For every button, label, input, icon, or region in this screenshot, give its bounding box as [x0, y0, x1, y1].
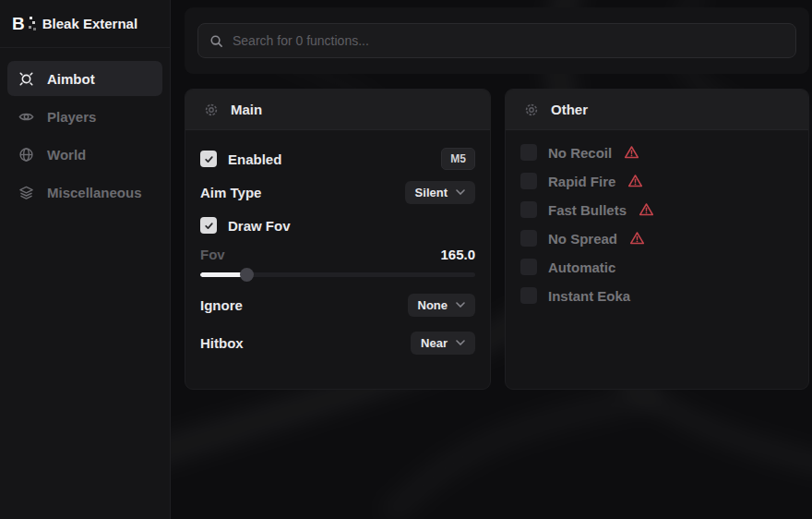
layers-icon: [18, 185, 34, 200]
warning-icon: [624, 145, 639, 160]
check-icon: [204, 154, 214, 164]
globe-icon: [18, 147, 34, 163]
other-item-instant-eoka: Instant Eoka: [520, 284, 794, 307]
chevron-down-icon: [456, 302, 465, 308]
gear-icon: [524, 103, 539, 117]
enabled-label: Enabled: [228, 151, 281, 167]
draw-fov-row: Draw Fov: [200, 213, 475, 237]
ignore-dropdown[interactable]: None: [408, 294, 476, 317]
sidebar-item-players[interactable]: Players: [7, 99, 162, 134]
search-input[interactable]: [233, 33, 784, 48]
other-panel: Other No Recoil: [505, 89, 809, 390]
hitbox-row: Hitbox Near: [200, 331, 475, 355]
item-label: No Spread: [548, 231, 617, 247]
aim-type-value: Silent: [415, 186, 448, 199]
fov-row: Fov 165.0: [200, 245, 475, 263]
other-item-no-spread: No Spread: [520, 227, 794, 249]
panel-title: Main: [231, 102, 262, 117]
warning-icon: [627, 174, 643, 188]
main-panel-header: Main: [185, 90, 490, 130]
panels-row: Main Enabled M5 Aim Type: [185, 89, 809, 390]
aim-icon: [18, 71, 34, 87]
app-title: Bleak External: [42, 16, 137, 31]
panel-title: Other: [551, 102, 588, 117]
main-panel: Main Enabled M5 Aim Type: [185, 89, 491, 390]
sidebar-header: B Bleak External: [0, 0, 170, 48]
aim-type-label: Aim Type: [200, 185, 261, 200]
item-label: Fast Bullets: [548, 202, 627, 218]
other-item-no-recoil: No Recoil: [520, 141, 794, 163]
keybind-button[interactable]: M5: [441, 148, 475, 170]
item-checkbox[interactable]: [520, 173, 537, 189]
content-area: Main Enabled M5 Aim Type: [172, 0, 812, 519]
chevron-down-icon: [456, 340, 465, 345]
sidebar-item-aimbot[interactable]: Aimbot: [7, 61, 162, 96]
sidebar-item-label: Aimbot: [47, 71, 95, 87]
hitbox-label: Hitbox: [200, 335, 244, 351]
search-panel: [185, 7, 809, 74]
ignore-row: Ignore None: [200, 293, 475, 317]
check-icon: [204, 221, 214, 231]
item-label: Automatic: [548, 260, 615, 275]
sidebar-item-label: Miscellaneous: [47, 185, 142, 200]
other-item-rapid-fire: Rapid Fire: [520, 170, 794, 192]
other-panel-body: No Recoil Rapid Fire: [506, 130, 808, 328]
hitbox-value: Near: [421, 336, 448, 350]
sidebar-item-label: World: [47, 147, 86, 163]
ignore-label: Ignore: [200, 297, 243, 313]
sidebar-item-label: Players: [47, 109, 96, 125]
item-label: Rapid Fire: [548, 174, 615, 189]
gear-icon: [204, 103, 219, 117]
main-panel-body: Enabled M5 Aim Type Silent: [185, 130, 490, 369]
chevron-down-icon: [456, 189, 465, 195]
fov-value: 165.0: [440, 247, 475, 262]
item-checkbox[interactable]: [520, 259, 537, 275]
warning-icon: [629, 231, 645, 246]
app-logo: B: [12, 15, 30, 32]
eye-icon: [18, 109, 34, 125]
fov-slider[interactable]: [200, 267, 475, 282]
hitbox-dropdown[interactable]: Near: [411, 332, 475, 355]
other-item-fast-bullets: Fast Bullets: [520, 199, 794, 221]
aim-type-row: Aim Type Silent: [200, 180, 475, 204]
app-window: B Bleak External Aimbot: [0, 0, 812, 519]
fov-label: Fov: [200, 247, 225, 262]
sidebar-item-miscellaneous[interactable]: Miscellaneous: [7, 175, 162, 210]
other-item-automatic: Automatic: [520, 256, 794, 278]
item-checkbox[interactable]: [520, 144, 537, 161]
search-box[interactable]: [197, 23, 796, 58]
search-icon: [209, 34, 223, 48]
sidebar: B Bleak External Aimbot: [0, 0, 171, 519]
item-label: No Recoil: [548, 145, 612, 161]
sidebar-item-world[interactable]: World: [7, 137, 162, 172]
slider-thumb[interactable]: [240, 268, 254, 282]
item-label: Instant Eoka: [548, 288, 630, 304]
sidebar-nav: Aimbot Players: [0, 48, 170, 223]
enabled-row: Enabled M5: [200, 147, 475, 171]
item-checkbox[interactable]: [520, 230, 537, 247]
enabled-checkbox[interactable]: [200, 151, 217, 167]
aim-type-dropdown[interactable]: Silent: [405, 181, 475, 204]
draw-fov-label: Draw Fov: [228, 218, 291, 234]
warning-icon: [639, 202, 654, 217]
item-checkbox[interactable]: [520, 201, 537, 218]
draw-fov-checkbox[interactable]: [200, 217, 217, 234]
ignore-value: None: [418, 298, 448, 312]
other-panel-header: Other: [506, 90, 808, 130]
item-checkbox[interactable]: [520, 287, 537, 304]
